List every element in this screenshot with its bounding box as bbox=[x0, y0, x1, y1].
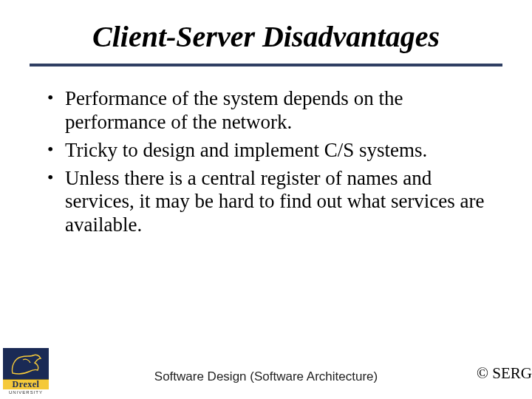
title-block: Client-Server Disadvantages bbox=[0, 0, 532, 66]
list-item: Unless there is a central register of na… bbox=[44, 167, 488, 238]
footer: Drexel UNIVERSITY Software Design (Softw… bbox=[0, 346, 532, 395]
logo-subtext: UNIVERSITY bbox=[3, 390, 49, 395]
slide-title: Client-Server Disadvantages bbox=[0, 21, 532, 53]
list-item: Tricky to design and implement C/S syste… bbox=[44, 139, 488, 163]
footer-center-text: Software Design (Software Architecture) bbox=[0, 369, 532, 384]
list-item: Performance of the system depends on the… bbox=[44, 87, 488, 134]
footer-copyright: © SERG bbox=[477, 364, 532, 383]
slide: Client-Server Disadvantages Performance … bbox=[0, 0, 532, 399]
bullet-list: Performance of the system depends on the… bbox=[44, 87, 488, 237]
slide-body: Performance of the system depends on the… bbox=[0, 66, 532, 237]
